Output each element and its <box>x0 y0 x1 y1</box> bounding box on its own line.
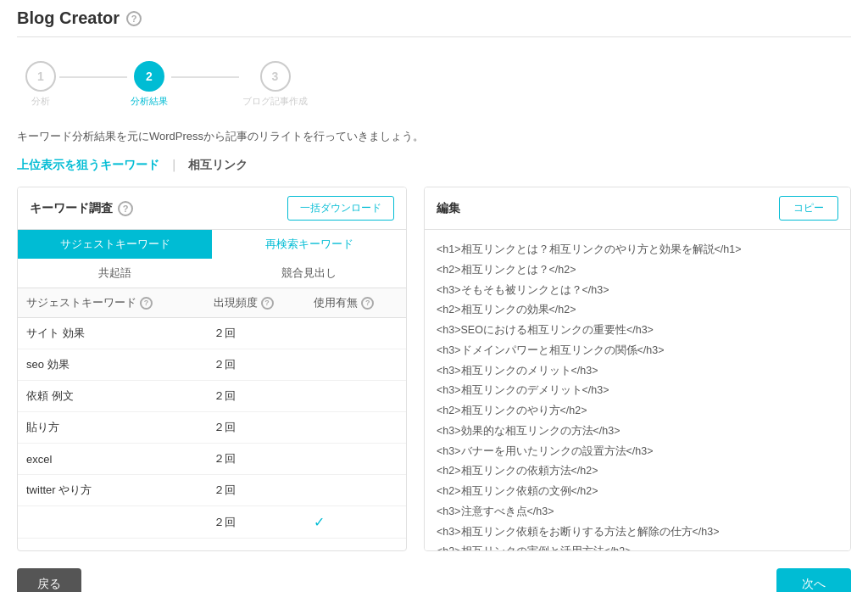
table-row: ２回✓ <box>18 506 406 539</box>
keyword-cell: 依頼 例文 <box>18 381 205 412</box>
editor-line: <h3>注意すべき点</h3> <box>437 502 838 522</box>
step-3-label: ブログ記事作成 <box>242 95 308 108</box>
steps-bar: 1 分析 2 分析結果 3 ブログ記事作成 <box>17 53 851 112</box>
editor-line: <h2>相互リンクとは？</h2> <box>437 260 838 281</box>
editor-line: <h3>バナーを用いたリンクの設置方法</h3> <box>437 442 838 462</box>
check-icon: ✓ <box>314 515 325 529</box>
step-1-circle: 1 <box>25 61 56 92</box>
editor-line: <h3>ドメインパワーと相互リンクの関係</h3> <box>437 341 838 361</box>
main-content: キーワード調査 ? 一括ダウンロード サジェストキーワード 再検索キーワード 共… <box>17 187 851 551</box>
editor-line: <h1>相互リンクとは？相互リンクのやり方と効果を解説</h1> <box>437 240 838 260</box>
editor-line: <h2>相互リンクの効果</h2> <box>437 300 838 321</box>
editor-line: <h3>そもそも被リンクとは？</h3> <box>437 281 838 301</box>
back-button[interactable]: 戻る <box>17 568 81 592</box>
right-header: 編集 コピー <box>425 187 850 230</box>
tab-research[interactable]: 再検索キーワード <box>212 230 406 259</box>
th-frequency: 出現頻度 ? <box>205 288 306 318</box>
editor-line: <h3>SEOにおける相互リンクの重要性</h3> <box>437 321 838 341</box>
panel-help-icon[interactable]: ? <box>118 201 133 216</box>
step-connector-1 <box>59 76 127 78</box>
left-panel: キーワード調査 ? 一括ダウンロード サジェストキーワード 再検索キーワード 共… <box>17 187 407 551</box>
frequency-cell: ２回 <box>205 444 306 475</box>
keyword-table: サジェストキーワード ? 出現頻度 ? <box>18 288 406 550</box>
copy-button[interactable]: コピー <box>779 196 838 221</box>
th-used: 使用有無 ? <box>305 288 406 318</box>
tab-links: 上位表示を狙うキーワード ｜ 相互リンク <box>17 158 851 173</box>
tab-competitor[interactable]: 競合見出し <box>212 259 406 288</box>
editor-line: <h3>相互リンクのメリット</h3> <box>437 361 838 382</box>
table-header-row: サジェストキーワード ? 出現頻度 ? <box>18 288 406 318</box>
table-row: 貼り方２回 <box>18 412 406 444</box>
tab-cooccurrence[interactable]: 共起語 <box>18 259 212 288</box>
keywords-table: サジェストキーワード ? 出現頻度 ? <box>18 288 406 539</box>
frequency-cell: ２回 <box>205 318 306 349</box>
step-1-label: 分析 <box>31 95 50 108</box>
editor-line: <h2>相互リンクのやり方</h2> <box>437 401 838 422</box>
editor-line: <h3>効果的な相互リンクの方法</h3> <box>437 422 838 442</box>
bottom-bar: 戻る 次へ <box>17 560 851 592</box>
table-row: excel２回 <box>18 444 406 475</box>
app-container: Blog Creator ? 1 分析 2 分析結果 3 ブログ記事作成 キーワ… <box>0 0 868 592</box>
used-cell <box>305 475 406 506</box>
step-3: 3 ブログ記事作成 <box>242 61 308 108</box>
step-1: 1 分析 <box>25 61 56 108</box>
table-row: 依頼 例文２回 <box>18 381 406 412</box>
editor-area[interactable]: <h1>相互リンクとは？相互リンクのやり方と効果を解説</h1><h2>相互リン… <box>425 230 850 550</box>
table-row: twitter やり方２回 <box>18 475 406 506</box>
step-2-circle: 2 <box>134 61 164 92</box>
step-2-label: 分析結果 <box>131 95 168 108</box>
frequency-cell: ２回 <box>205 475 306 506</box>
used-cell <box>305 349 406 381</box>
keyword-cell: サイト 効果 <box>18 318 205 349</box>
right-panel: 編集 コピー <h1>相互リンクとは？相互リンクのやり方と効果を解説</h1><… <box>424 187 851 551</box>
description: キーワード分析結果を元にWordPressから記事のリライトを行っていきましょう… <box>17 129 851 144</box>
used-cell <box>305 412 406 444</box>
keyword-cell: 貼り方 <box>18 412 205 444</box>
frequency-cell: ２回 <box>205 349 306 381</box>
used-cell <box>305 381 406 412</box>
header-bar: Blog Creator ? <box>17 8 851 37</box>
tab-link-keywords[interactable]: 上位表示を狙うキーワード <box>17 158 159 173</box>
frequency-cell: ２回 <box>205 506 306 539</box>
tab-divider: ｜ <box>168 158 180 173</box>
th-keyword: サジェストキーワード ? <box>18 288 205 318</box>
tab-link-mutual[interactable]: 相互リンク <box>188 158 248 173</box>
editor-line: <h2>相互リンクの依頼方法</h2> <box>437 461 838 482</box>
editor-line: <h3>相互リンクのデメリット</h3> <box>437 381 838 401</box>
used-cell <box>305 318 406 349</box>
panel-header: キーワード調査 ? 一括ダウンロード <box>18 187 406 230</box>
tab-suggest[interactable]: サジェストキーワード <box>18 230 212 259</box>
next-button[interactable]: 次へ <box>776 568 851 592</box>
step-2: 2 分析結果 <box>131 61 168 108</box>
th-used-help[interactable]: ? <box>361 297 374 310</box>
frequency-cell: ２回 <box>205 412 306 444</box>
step-connector-2 <box>171 76 239 78</box>
used-cell: ✓ <box>305 506 406 539</box>
th-keyword-help[interactable]: ? <box>140 297 153 310</box>
step-3-circle: 3 <box>260 61 291 92</box>
keyword-cell: excel <box>18 444 205 475</box>
right-panel-title: 編集 <box>437 201 460 216</box>
table-row: seo 効果２回 <box>18 349 406 381</box>
keyword-tabs: サジェストキーワード 再検索キーワード 共起語 競合見出し <box>18 230 406 288</box>
th-freq-help[interactable]: ? <box>261 297 274 310</box>
header-help-icon[interactable]: ? <box>126 11 142 26</box>
editor-line: <h2>相互リンク依頼の文例</h2> <box>437 482 838 502</box>
table-row: サイト 効果２回 <box>18 318 406 349</box>
keyword-cell: seo 効果 <box>18 349 205 381</box>
panel-title-text: キーワード調査 <box>30 201 113 216</box>
editor-line: <h2>相互リンクの実例と活用方法</h2> <box>437 542 838 550</box>
used-cell <box>305 444 406 475</box>
download-button[interactable]: 一括ダウンロード <box>287 196 394 221</box>
keyword-cell <box>18 506 205 539</box>
keyword-cell: twitter やり方 <box>18 475 205 506</box>
editor-line: <h3>相互リンク依頼をお断りする方法と解除の仕方</h3> <box>437 522 838 543</box>
app-title: Blog Creator <box>17 8 120 28</box>
panel-title: キーワード調査 ? <box>30 201 133 216</box>
frequency-cell: ２回 <box>205 381 306 412</box>
